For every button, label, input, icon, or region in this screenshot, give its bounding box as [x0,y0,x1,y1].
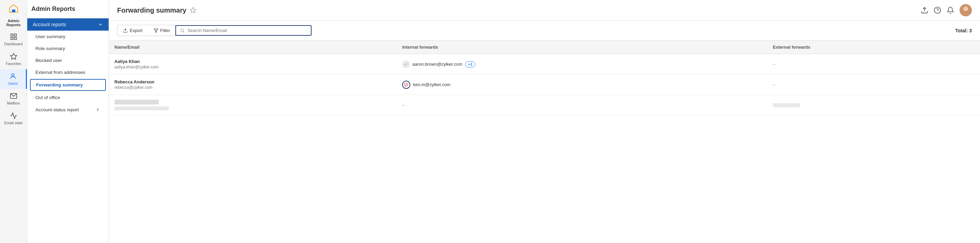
name-email-cell: Aaliya Khan aaliya.khan@zylker.com [109,54,397,75]
sidebar-item-account-status-report[interactable]: Account status report [27,103,109,116]
svg-rect-2 [11,34,13,36]
sidebar-item-role-summary[interactable]: Role summary [27,43,109,54]
table-row: Aaliya Khan aaliya.khan@zylker.com ✓ aar… [109,54,980,75]
chevron-right-icon [95,107,100,112]
external-forwards-cell: – [767,75,980,95]
app-title-label: Admin Reports [0,19,27,27]
svg-rect-4 [11,37,13,40]
internal-value: – [402,102,404,108]
external-forwards-cell [767,95,980,115]
mailbox-label: Mailbox [7,101,20,105]
account-reports-label: Account reports [33,22,66,27]
internal-address: aaron.brown@zylker.com [412,62,462,67]
svg-point-7 [11,74,14,76]
blurred-email [115,106,169,110]
external-forwards-cell: – [767,54,980,75]
chevron-down-icon [98,22,103,27]
search-box[interactable] [175,25,312,36]
filter-button[interactable]: Filter [148,25,176,36]
block-icon: ⊘ [402,81,410,89]
forwards-cell: ⊘ ken.m@zylker.com [402,81,762,89]
table-container: Name/Email Internal forwards External fo… [109,40,980,243]
notification-icon[interactable] [947,6,954,14]
topbar-actions [921,4,972,16]
blurred-name [115,100,159,105]
page-title-container: Forwarding summary [117,6,196,14]
search-icon [180,28,185,33]
svg-rect-3 [14,34,16,36]
name-email-cell: Rebecca Anderson rebecca@zylker.com [109,75,397,95]
sidebar: Admin Reports Account reports User summa… [27,0,109,243]
external-value: – [773,62,775,67]
user-name: Aaliya Khan [115,59,391,64]
sidebar-item-blocked-user[interactable]: Blocked user [27,54,109,67]
name-email-cell [109,95,397,115]
external-value: – [773,82,775,87]
sidebar-item-user-summary[interactable]: User summary [27,31,109,43]
upload-icon[interactable] [921,6,928,14]
svg-marker-6 [10,54,16,59]
star-icon[interactable] [190,7,196,14]
total-count: Total: 3 [955,28,972,33]
sidebar-item-email-stats[interactable]: Email stats [0,108,27,128]
internal-forwards-cell: – [397,95,767,115]
check-circle-icon: ✓ [402,60,410,68]
col-external-forwards: External forwards [767,40,980,54]
svg-rect-1 [12,10,15,12]
avatar[interactable] [959,4,972,16]
svg-rect-5 [14,37,16,40]
user-name: Rebecca Anderson [115,79,391,84]
internal-address: ken.m@zylker.com [413,82,450,87]
sidebar-title: Admin Reports [27,0,109,18]
table-header-row: Name/Email Internal forwards External fo… [109,40,980,54]
svg-point-17 [181,29,184,32]
user-email: aaliya.khan@zylker.com [115,65,391,70]
internal-forwards-cell: ⊘ ken.m@zylker.com [397,75,767,95]
internal-forwards-cell: ✓ aaron.brown@zylker.com +1 [397,54,767,75]
forwarding-table: Name/Email Internal forwards External fo… [109,40,980,115]
sidebar-item-mailbox[interactable]: Mailbox [0,89,27,108]
blurred-external [773,103,800,107]
dashboard-label: Dashboard [5,42,23,46]
sidebar-item-dashboard[interactable]: Dashboard [0,30,27,49]
export-button[interactable]: Export [117,25,148,36]
sidebar-item-external-from-addresses[interactable]: External from addresses [27,67,109,78]
help-icon[interactable] [934,6,941,14]
col-internal-forwards: Internal forwards [397,40,767,54]
account-reports-section[interactable]: Account reports [27,18,109,31]
export-label: Export [130,28,143,33]
badge: +1 [465,61,476,67]
toolbar: Export Filter Total: 3 [109,21,980,40]
page-title: Forwarding summary [117,6,186,14]
search-input[interactable] [188,28,307,33]
table-row: Rebecca Anderson rebecca@zylker.com ⊘ ke… [109,75,980,95]
email-stats-label: Email stats [5,121,23,125]
sidebar-item-forwarding-summary[interactable]: Forwarding summary [30,79,106,91]
app-logo [8,3,20,16]
sidebar-item-favorites[interactable]: Favorites [0,49,27,69]
table-row: – [109,95,980,115]
export-icon [123,28,128,33]
topbar: Forwarding summary [109,0,980,21]
favorites-label: Favorites [6,62,21,66]
main-content: Forwarding summary [109,0,980,243]
svg-point-14 [963,6,968,11]
forwards-cell: ✓ aaron.brown@zylker.com +1 [402,60,762,68]
svg-marker-16 [154,29,158,32]
filter-icon [154,28,158,33]
sidebar-item-users[interactable]: Users [0,69,27,89]
col-name-email: Name/Email [109,40,397,54]
svg-marker-9 [190,8,196,13]
user-email: rebecca@zylker.com [115,85,391,90]
users-label: Users [8,81,18,86]
svg-line-18 [183,31,184,32]
sidebar-item-out-of-office[interactable]: Out of office [27,92,109,103]
left-navigation: Admin Reports Dashboard Favorites Users … [0,0,27,243]
filter-label: Filter [161,28,170,33]
